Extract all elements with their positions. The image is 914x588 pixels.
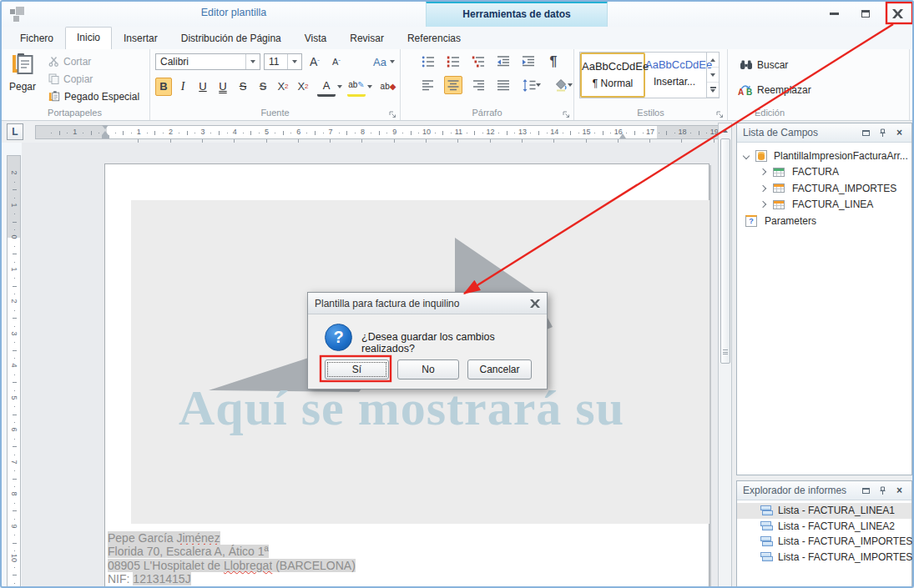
gallery-scroll-down-icon[interactable] [707, 68, 719, 83]
merge-field[interactable]: Llobregat [224, 559, 272, 572]
merge-field[interactable]: Jiménez [177, 531, 220, 545]
merge-field[interactable]: 08905 L'Hospitalet de [108, 559, 224, 572]
align-center-button[interactable] [444, 76, 462, 94]
tab-fichero[interactable]: Fichero [8, 28, 65, 48]
merge-field[interactable]: 12131415J [133, 572, 190, 585]
style-insertar[interactable]: AaBbCcDdEe Insertar... [645, 53, 704, 98]
maximize-panel-button[interactable] [860, 127, 872, 138]
gallery-more-icon[interactable] [707, 83, 719, 98]
tab-referencias[interactable]: Referencias [396, 28, 472, 48]
subscript-button[interactable]: X2 [294, 78, 312, 96]
report-list-item[interactable]: Lista - FACTURA_LINEA1 [737, 503, 911, 519]
tab-inicio[interactable]: Inicio [65, 27, 112, 49]
report-list-item[interactable]: Lista - FACTURA_IMPORTES2 [737, 550, 911, 565]
horizontal-ruler[interactable]: 112345678910111213141516171819 [35, 125, 720, 139]
copy-button[interactable]: Copiar [48, 70, 139, 88]
right-indent-marker[interactable] [619, 133, 626, 138]
maximize-panel-button[interactable] [860, 485, 872, 496]
line-spacing-button[interactable] [519, 76, 544, 94]
font-size-combo[interactable]: 11 [264, 53, 302, 70]
scrollbar-thumb[interactable] [720, 138, 730, 364]
tab-vista[interactable]: Vista [293, 28, 338, 48]
font-size-dropdown-icon[interactable] [287, 54, 301, 69]
parrafo-dialog-launcher-icon[interactable] [563, 109, 571, 118]
report-list-item[interactable]: Lista - FACTURA_LINEA2 [737, 519, 911, 535]
gallery-scroll-up-icon[interactable] [707, 53, 719, 68]
dialog-title-bar[interactable]: Plantilla para factura de inquilino [308, 293, 547, 314]
shading-button[interactable] [551, 76, 576, 94]
merge-field[interactable]: Florida 70, Escalera A, Ático 1ª [108, 545, 269, 558]
tree-node-factura-linea[interactable]: FACTURA_LINEA [737, 197, 911, 214]
strikethrough-button[interactable]: S [234, 78, 252, 96]
font-color-dropdown-icon[interactable] [337, 85, 342, 88]
report-explorer-header[interactable]: Explorador de informes × [737, 481, 911, 500]
pin-panel-button[interactable] [876, 127, 889, 138]
align-left-button[interactable] [419, 76, 437, 94]
field-list-header[interactable]: Lista de Campos × [737, 123, 911, 143]
font-name-dropdown-icon[interactable] [245, 54, 260, 69]
multilevel-list-button[interactable] [469, 53, 487, 71]
font-name-combo[interactable]: Calibri [155, 53, 260, 70]
static-text[interactable]: NIF: [108, 572, 133, 585]
close-panel-button[interactable]: × [893, 127, 906, 138]
no-button[interactable]: No [397, 359, 459, 379]
clear-formatting-button[interactable]: ab◆ [379, 78, 397, 96]
close-button[interactable] [889, 7, 906, 20]
replace-button[interactable]: AB Reemplazar [738, 81, 811, 98]
font-color-button[interactable]: A [317, 76, 336, 97]
paste-special-button[interactable]: Pegado Especial [48, 88, 139, 105]
numbered-list-button[interactable] [444, 53, 462, 71]
merge-field[interactable]: (BARCELONA) [272, 559, 356, 572]
highlight-dropdown-icon[interactable] [367, 85, 372, 88]
italic-button[interactable]: I [174, 78, 192, 96]
double-underline-button[interactable]: U [214, 78, 232, 96]
superscript-button[interactable]: X2 [274, 78, 292, 96]
tab-revisar[interactable]: Revisar [338, 28, 396, 48]
yes-button[interactable]: Sí [325, 359, 389, 379]
first-line-indent-marker[interactable] [102, 125, 109, 129]
bold-button[interactable]: B [155, 78, 172, 96]
minimize-button[interactable] [826, 7, 842, 20]
tree-node-factura-importes[interactable]: FACTURA_IMPORTES [737, 180, 911, 197]
styles-gallery-scrollbar[interactable] [706, 53, 719, 98]
chevron-right-icon[interactable] [760, 185, 766, 192]
align-right-button[interactable] [469, 76, 487, 94]
tree-node-parameters[interactable]: ? Parameters [737, 213, 911, 229]
vertical-ruler[interactable]: 21012345678910 [7, 155, 21, 588]
chevron-right-icon[interactable] [760, 201, 766, 208]
fuente-dialog-launcher-icon[interactable] [389, 109, 397, 118]
tab-stop-selector[interactable]: L [7, 123, 23, 140]
document-vertical-scrollbar[interactable] [718, 123, 732, 588]
report-list-item[interactable]: Lista - FACTURA_IMPORTES1 [737, 534, 911, 550]
underline-button[interactable]: U [194, 78, 212, 96]
cut-button[interactable]: Cortar [48, 53, 139, 70]
tree-node-factura[interactable]: FACTURA [737, 164, 911, 181]
justify-button[interactable] [494, 76, 513, 94]
tab-insertar[interactable]: Insertar [112, 28, 169, 48]
chevron-down-icon[interactable] [743, 153, 750, 159]
left-indent-marker[interactable] [102, 135, 109, 138]
close-panel-button[interactable]: × [893, 485, 906, 496]
estilos-dialog-launcher-icon[interactable] [716, 109, 725, 118]
address-block[interactable]: Pepe García Jiménez Florida 70, Escalera… [108, 531, 356, 586]
paste-button[interactable]: Pegar [3, 51, 42, 106]
merge-field[interactable]: Pepe García [108, 531, 177, 545]
tab-distribucion-de-pagina[interactable]: Distribución de Página [169, 28, 293, 48]
cancel-button[interactable]: Cancelar [467, 359, 532, 379]
bullet-list-button[interactable] [419, 53, 437, 71]
grow-font-button[interactable]: Aˆ [306, 53, 324, 71]
restore-button[interactable] [857, 7, 874, 20]
increase-indent-button[interactable] [519, 53, 538, 71]
dialog-close-icon[interactable] [530, 299, 540, 308]
double-strikethrough-button[interactable]: S [254, 78, 272, 96]
scroll-up-button[interactable] [720, 124, 730, 137]
change-case-button[interactable]: Aa [372, 53, 396, 71]
tree-node-datasource[interactable]: PlantillaImpresionFacturaArr... [737, 148, 911, 164]
decrease-indent-button[interactable] [494, 53, 513, 71]
show-marks-button[interactable]: ¶ [544, 53, 563, 71]
style-normal[interactable]: AaBbCcDdEe ¶ Normal [580, 53, 645, 98]
highlight-button[interactable]: ab✎ [347, 76, 366, 97]
pin-panel-button[interactable] [876, 485, 889, 496]
shrink-font-button[interactable]: Aˇ [327, 53, 346, 71]
find-button[interactable]: Buscar [740, 56, 788, 73]
